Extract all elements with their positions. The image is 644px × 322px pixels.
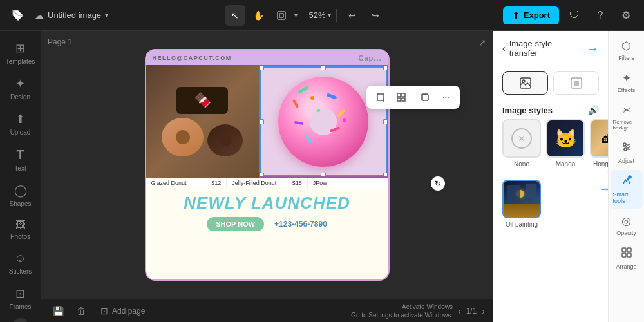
zoom-value[interactable]: 52%	[308, 10, 325, 20]
qr-tool-btn[interactable]	[392, 88, 410, 106]
svg-rect-10	[402, 98, 405, 101]
sidebar-item-shapes[interactable]: ◯ Shapes	[3, 178, 39, 213]
export-button[interactable]: ⬆ Export	[503, 6, 559, 24]
svg-rect-25	[622, 248, 626, 252]
style-item-oil[interactable]: Oil painting	[502, 180, 541, 228]
smart-tools-arrow: →	[599, 183, 611, 196]
crop-tool-btn[interactable]	[372, 88, 390, 106]
stickers-icon: ☺	[14, 252, 26, 265]
page-prev-btn[interactable]: ‹	[458, 306, 461, 316]
page-next-btn[interactable]: ›	[482, 306, 485, 316]
float-toolbar: ···	[366, 86, 460, 109]
panel-back-btn[interactable]: ‹ Image style transfer	[502, 39, 581, 58]
rs-filters[interactable]: ⬡ Filters	[611, 35, 643, 66]
sidebar-item-photos[interactable]: 🖼 Photos	[3, 214, 39, 245]
style-item-hk[interactable]: 🏙 Hong Kong ...	[590, 119, 608, 175]
more-options-btn[interactable]: ···	[437, 88, 455, 106]
topbar-right: ⬆ Export 🛡 ? ⚙	[503, 5, 636, 26]
sidebar-item-upload[interactable]: ⬆ Upload	[3, 107, 39, 141]
duplicate-tool-btn[interactable]	[416, 88, 434, 106]
sidebar-item-design[interactable]: ✦ Design	[3, 71, 39, 106]
text-label: Text	[14, 165, 26, 172]
add-page-btn[interactable]: ⊡ Add page	[95, 303, 150, 319]
arrange-icon	[621, 247, 632, 261]
canvas-content[interactable]: HELLO@CAPCUT.COM Cap... 🍫	[41, 31, 493, 299]
sidebar-item-stickers[interactable]: ☺ Stickers	[3, 247, 39, 280]
rs-remove-bg[interactable]: ✂ Remove backgr...	[611, 99, 643, 135]
svg-rect-28	[627, 253, 631, 257]
hk-bg: 🏙	[591, 120, 608, 156]
style-item-none[interactable]: ✕ None	[502, 119, 541, 175]
cat-face-icon: 🐱	[554, 128, 577, 149]
hand-tool-btn[interactable]: ✋	[248, 5, 269, 26]
rs-smart-tools[interactable]: → Smart tools	[611, 170, 643, 209]
effects-label: Effects	[618, 87, 635, 93]
jelly-donut-image[interactable]	[259, 65, 388, 178]
redo-btn[interactable]: ↪	[365, 5, 386, 26]
remove-bg-icon: ✂	[622, 104, 631, 117]
bottom-left: 💾 🗑 ⊡ Add page	[49, 302, 150, 320]
select-tool-btn[interactable]: ↖	[225, 5, 245, 26]
svg-point-19	[623, 143, 626, 146]
adjust-label: Adjust	[618, 158, 634, 164]
file-info[interactable]: ☁ Untitled image ▾	[35, 10, 108, 21]
rs-adjust[interactable]: Adjust	[611, 137, 643, 169]
delete-icon-btn[interactable]: 🗑	[72, 302, 90, 320]
handle-tm	[321, 65, 326, 70]
style-grid: ✕ None 🐱 Manga	[493, 119, 608, 234]
svg-rect-2	[278, 12, 285, 19]
shield-button[interactable]: 🛡	[564, 5, 585, 26]
shop-now-btn[interactable]: SHOP NOW	[207, 217, 264, 231]
handle-ml	[259, 119, 264, 124]
settings-button[interactable]: ⚙	[616, 5, 636, 26]
remove-bg-label: Remove backgr...	[613, 119, 640, 131]
add-page-icon: ⊡	[100, 306, 108, 316]
cloud-icon: ☁	[35, 10, 44, 21]
handle-bm	[321, 173, 326, 178]
refresh-btn[interactable]: ↻	[431, 176, 445, 191]
svg-rect-27	[622, 253, 626, 257]
style-name-none: None	[514, 160, 529, 167]
file-title: Untitled image	[48, 10, 101, 20]
templates-label: Templates	[6, 58, 35, 65]
rs-opacity[interactable]: ◎ Opacity	[611, 210, 643, 241]
price-row: Glazed Donut $12 Jelly-Filled Donut $15 …	[146, 178, 388, 188]
sidebar-item-frames[interactable]: ⊡ Frames	[3, 281, 39, 316]
sidebar-item-text[interactable]: T Text	[3, 142, 39, 177]
adjust-icon	[621, 141, 632, 156]
manga-bg: 🐱	[547, 120, 583, 156]
panel-tab-style[interactable]	[553, 71, 599, 95]
section-label: Image styles	[502, 106, 553, 115]
shop-row: SHOP NOW +123-456-7890	[146, 217, 388, 231]
save-icon-btn[interactable]: 💾	[49, 302, 67, 320]
opacity-icon: ◎	[621, 214, 631, 228]
frames-icon: ⊡	[15, 287, 25, 301]
speaker-icon[interactable]: 🔊	[588, 105, 599, 115]
design-label: Design	[10, 93, 30, 100]
frame-tool-btn[interactable]	[271, 5, 292, 26]
glazed-donut-image[interactable]: 🍫	[146, 65, 259, 178]
sidebar-item-templates[interactable]: ⊞ Templates	[3, 36, 39, 70]
panel-tabs	[493, 66, 608, 100]
templates-icon: ⊞	[15, 41, 25, 55]
add-page-label: Add page	[112, 307, 145, 316]
shapes-icon: ◯	[14, 184, 27, 198]
donut2-name: Jelly-Filled Donut	[232, 180, 276, 186]
rs-arrange[interactable]: Arrange	[611, 242, 643, 274]
design-banner: NEWLY LAUNCHED SHOP NOW +123-456-7890	[146, 188, 388, 236]
svg-rect-9	[397, 98, 401, 101]
style-item-manga[interactable]: 🐱 Manga	[546, 119, 585, 175]
svg-rect-11	[422, 95, 428, 100]
none-circle: ✕	[511, 128, 532, 149]
design-header: HELLO@CAPCUT.COM Cap...	[146, 50, 388, 65]
rs-effects[interactable]: ✦ Effects	[611, 67, 643, 98]
activate-windows-text: Activate Windows Go to Settings to activ…	[351, 303, 453, 319]
svg-point-23	[624, 148, 627, 151]
undo-btn[interactable]: ↩	[342, 5, 363, 26]
style-name-manga: Manga	[556, 160, 576, 167]
panel-tab-image[interactable]	[502, 71, 548, 95]
help-button[interactable]: ?	[590, 5, 611, 26]
donut2-price: $15	[292, 180, 302, 186]
sidebar-collapse-btn[interactable]: ˅	[13, 318, 28, 322]
handle-bl	[259, 173, 264, 178]
